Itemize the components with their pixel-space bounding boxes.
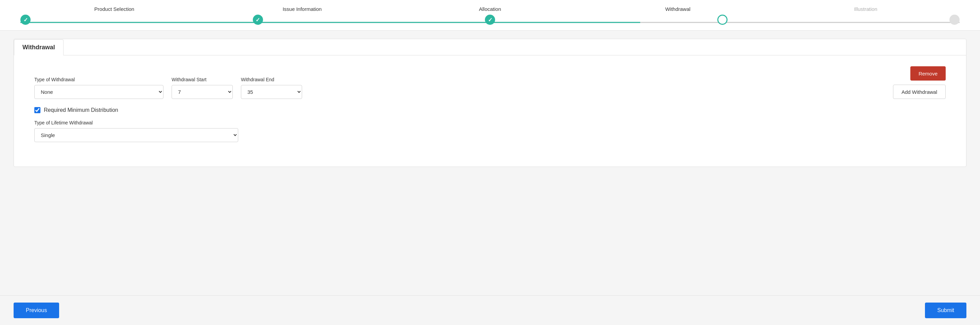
step-node-product: ✓ <box>21 14 30 25</box>
withdrawal-end-group: Withdrawal End 10 15 20 25 30 35 40 45 5… <box>241 77 302 99</box>
card-tab: Withdrawal <box>14 40 64 56</box>
step-label-withdrawal: Withdrawal <box>584 6 772 12</box>
withdrawal-start-group: Withdrawal Start 1 2 3 4 5 6 7 8 9 10 <box>172 77 233 99</box>
rmd-label: Required Minimum Distribution <box>44 107 118 113</box>
withdrawal-card: Withdrawal Type of Withdrawal None Lifet… <box>14 39 966 167</box>
main-content: Withdrawal Type of Withdrawal None Lifet… <box>0 30 980 295</box>
step-node-withdrawal <box>718 14 727 25</box>
previous-button[interactable]: Previous <box>14 303 59 318</box>
rmd-checkbox[interactable] <box>34 107 40 113</box>
step-label-allocation: Allocation <box>396 6 584 12</box>
stepper-track: ✓ ✓ ✓ <box>21 14 959 30</box>
submit-button[interactable]: Submit <box>925 303 966 318</box>
withdrawal-end-select[interactable]: 10 15 20 25 30 35 40 45 50 <box>241 85 302 99</box>
step-label-illustration: Illustration <box>772 6 959 12</box>
step-label-issue: Issue Information <box>208 6 396 12</box>
withdrawal-type-group: Type of Withdrawal None Lifetime Systema… <box>34 77 164 99</box>
withdrawal-start-label: Withdrawal Start <box>172 77 233 82</box>
lifetime-type-label: Type of Lifetime Withdrawal <box>34 120 946 126</box>
withdrawal-start-select[interactable]: 1 2 3 4 5 6 7 8 9 10 <box>172 85 233 99</box>
remove-button[interactable]: Remove <box>910 66 946 81</box>
lifetime-type-group: Type of Lifetime Withdrawal Single Joint <box>34 120 946 142</box>
withdrawal-type-select[interactable]: None Lifetime Systematic <box>34 85 164 99</box>
footer: Previous Submit <box>0 295 980 325</box>
checkmark-issue: ✓ <box>256 17 260 23</box>
card-body: Type of Withdrawal None Lifetime Systema… <box>14 56 966 153</box>
step-node-illustration <box>950 14 959 25</box>
withdrawal-end-label: Withdrawal End <box>241 77 302 82</box>
step-node-issue: ✓ <box>253 14 263 25</box>
checkmark-allocation: ✓ <box>488 17 492 23</box>
progress-section: Product Selection Issue Information Allo… <box>0 0 980 30</box>
rmd-row: Required Minimum Distribution <box>34 107 946 113</box>
actions-right: Remove Add Withdrawal <box>893 66 946 99</box>
step-labels: Product Selection Issue Information Allo… <box>21 6 959 12</box>
add-withdrawal-button[interactable]: Add Withdrawal <box>893 84 946 99</box>
step-nodes: ✓ ✓ ✓ <box>21 14 959 25</box>
withdrawal-row: Type of Withdrawal None Lifetime Systema… <box>34 66 946 99</box>
step-label-product: Product Selection <box>21 6 208 12</box>
withdrawal-type-label: Type of Withdrawal <box>34 77 164 82</box>
checkmark-product: ✓ <box>24 17 28 23</box>
lifetime-type-select[interactable]: Single Joint <box>34 128 238 142</box>
step-node-allocation: ✓ <box>485 14 495 25</box>
